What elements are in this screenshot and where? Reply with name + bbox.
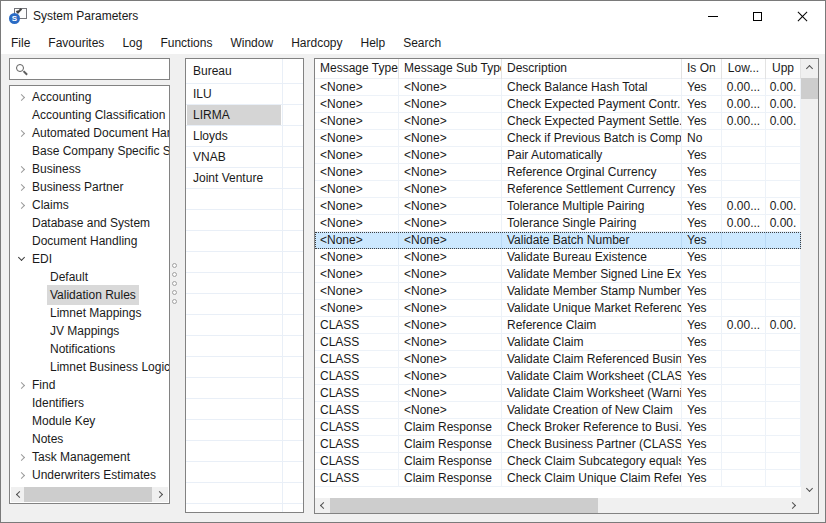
- tree-item-label: Claims: [29, 195, 72, 215]
- cell-low: [722, 385, 766, 402]
- table-row[interactable]: CLASSClaim ResponseCheck Claim Unique Cl…: [315, 470, 801, 487]
- splitter-dot: [172, 272, 177, 277]
- tree-item-edi[interactable]: EDI: [10, 250, 169, 268]
- cell-message-sub-type: Claim Response: [399, 419, 502, 436]
- table-hscroll-thumb[interactable]: [330, 498, 598, 513]
- column-header-description[interactable]: Description: [502, 59, 682, 79]
- tree-item-document-handling[interactable]: Document Handling: [10, 232, 169, 250]
- scroll-up-button[interactable]: [801, 59, 818, 76]
- title-bar: S System Parameters: [1, 1, 825, 31]
- minimize-button[interactable]: [690, 1, 735, 31]
- maximize-button[interactable]: [735, 1, 780, 31]
- bureau-item-lirma[interactable]: LIRMA: [186, 105, 303, 126]
- table-row[interactable]: <None><None>Validate Member Signed Line …: [315, 266, 801, 283]
- bureau-item-joint-venture[interactable]: Joint Venture: [186, 168, 303, 189]
- close-button[interactable]: [780, 1, 825, 31]
- bureau-column-header[interactable]: Bureau: [186, 59, 303, 84]
- column-header-upp[interactable]: Upp: [766, 59, 801, 79]
- table-row[interactable]: <None><None>Validate Unique Market Refer…: [315, 300, 801, 317]
- tree-expander[interactable]: [14, 131, 29, 136]
- tree-item-label: Database and System: [29, 213, 153, 233]
- scroll-left-button[interactable]: [315, 498, 330, 513]
- table-row[interactable]: <None><None>Check Expected Payment Settl…: [315, 113, 801, 130]
- tree-expander[interactable]: [14, 95, 29, 100]
- tree-item-label: Business: [29, 159, 84, 179]
- tree-item-jv-mappings[interactable]: JV Mappings: [10, 322, 169, 340]
- table-row[interactable]: CLASSClaim ResponseCheck Business Partne…: [315, 436, 801, 453]
- bureau-list-panel: Bureau ILULIRMALloydsVNABJoint Venture: [185, 58, 304, 513]
- table-row[interactable]: CLASS<None>Reference ClaimYes0.00...0.00…: [315, 317, 801, 334]
- menu-item-file[interactable]: File: [2, 33, 39, 53]
- tree-item-limnet-business-logic[interactable]: Limnet Business Logic: [10, 358, 169, 376]
- menu-item-help[interactable]: Help: [351, 33, 394, 53]
- tree-item-business[interactable]: Business: [10, 160, 169, 178]
- menu-item-favourites[interactable]: Favourites: [39, 33, 113, 53]
- menu-item-search[interactable]: Search: [394, 33, 450, 53]
- tree-expander[interactable]: [14, 167, 29, 172]
- menu-item-window[interactable]: Window: [221, 33, 282, 53]
- tree-item-base-company-specific-setting[interactable]: Base Company Specific Setting: [10, 142, 169, 160]
- table-row[interactable]: <None><None>Check if Previous Batch is C…: [315, 130, 801, 147]
- search-input[interactable]: [30, 60, 167, 78]
- scroll-left-icon: [320, 502, 327, 509]
- table-row[interactable]: CLASSClaim ResponseCheck Broker Referenc…: [315, 419, 801, 436]
- tree-item-validation-rules[interactable]: Validation Rules: [10, 286, 169, 304]
- table-row[interactable]: <None><None>Reference Orginal CurrencyYe…: [315, 164, 801, 181]
- menu-item-log[interactable]: Log: [113, 33, 151, 53]
- bureau-item-ilu[interactable]: ILU: [186, 84, 303, 105]
- table-row[interactable]: CLASS<None>Validate Creation of New Clai…: [315, 402, 801, 419]
- tree-item-module-key[interactable]: Module Key: [10, 412, 169, 430]
- cell-description: Check Claim Subcategory equals...: [502, 453, 682, 470]
- table-row[interactable]: CLASS<None>Validate Claim Worksheet (War…: [315, 385, 801, 402]
- bureau-item-vnab[interactable]: VNAB: [186, 147, 303, 168]
- tree-item-underwriters-estimates[interactable]: Underwriters Estimates: [10, 466, 169, 484]
- tree-item-find[interactable]: Find: [10, 376, 169, 394]
- scroll-right-button[interactable]: [786, 498, 801, 513]
- table-row[interactable]: <None><None>Tolerance Single PairingYes0…: [315, 215, 801, 232]
- splitter-handle[interactable]: [172, 263, 179, 308]
- column-header-message-sub-type[interactable]: Message Sub Type: [399, 59, 502, 79]
- table-row[interactable]: <None><None>Reference Settlement Currenc…: [315, 181, 801, 198]
- tree-expander[interactable]: [14, 258, 29, 260]
- tree-expander[interactable]: [14, 185, 29, 190]
- tree-item-claims[interactable]: Claims: [10, 196, 169, 214]
- tree-item-business-partner[interactable]: Business Partner: [10, 178, 169, 196]
- table-vscroll-thumb[interactable]: [801, 78, 818, 99]
- tree-expander[interactable]: [14, 383, 29, 388]
- table-row[interactable]: <None><None>Check Balance Hash TotalYes0…: [315, 79, 801, 96]
- tree-item-identifiers[interactable]: Identifiers: [10, 394, 169, 412]
- table-row[interactable]: CLASS<None>Validate ClaimYes: [315, 334, 801, 351]
- tree-item-task-management[interactable]: Task Management: [10, 448, 169, 466]
- tree-hscroll-thumb[interactable]: [24, 487, 152, 502]
- column-header-is-on[interactable]: Is On: [682, 59, 722, 79]
- table-row[interactable]: <None><None>Validate Batch NumberYes: [315, 232, 801, 249]
- table-row[interactable]: <None><None>Pair AutomaticallyYes: [315, 147, 801, 164]
- table-row[interactable]: <None><None>Tolerance Multiple PairingYe…: [315, 198, 801, 215]
- tree-item-accounting[interactable]: Accounting: [10, 88, 169, 106]
- tree-expander[interactable]: [14, 473, 29, 478]
- menu-item-functions[interactable]: Functions: [151, 33, 221, 53]
- table-row[interactable]: <None><None>Validate Member Stamp Number…: [315, 283, 801, 300]
- tree-item-database-and-system[interactable]: Database and System: [10, 214, 169, 232]
- table-row[interactable]: <None><None>Validate Bureau ExistenceYes: [315, 249, 801, 266]
- tree-item-notes[interactable]: Notes: [10, 430, 169, 448]
- scroll-down-button[interactable]: [801, 481, 818, 498]
- menu-item-hardcopy[interactable]: Hardcopy: [282, 33, 351, 53]
- cell-is-on: Yes: [682, 351, 722, 368]
- tree-item-limnet-mappings[interactable]: Limnet Mappings: [10, 304, 169, 322]
- table-row[interactable]: CLASS<None>Validate Claim Referenced Bus…: [315, 351, 801, 368]
- table-row[interactable]: CLASSClaim ResponseCheck Claim Subcatego…: [315, 453, 801, 470]
- tree-item-accounting-classification[interactable]: Accounting Classification: [10, 106, 169, 124]
- tree-item-notifications[interactable]: Notifications: [10, 340, 169, 358]
- bureau-item-lloyds[interactable]: Lloyds: [186, 126, 303, 147]
- tree-item-label: Automated Document Handling: [29, 123, 169, 143]
- column-header-low[interactable]: Low...: [722, 59, 766, 79]
- tree-item-default[interactable]: Default: [10, 268, 169, 286]
- scroll-right-button[interactable]: [153, 487, 168, 502]
- table-row[interactable]: <None><None>Check Expected Payment Contr…: [315, 96, 801, 113]
- table-row[interactable]: CLASS<None>Validate Claim Worksheet (CLA…: [315, 368, 801, 385]
- column-header-message-type[interactable]: Message Type: [315, 59, 399, 79]
- tree-expander[interactable]: [14, 203, 29, 208]
- tree-item-automated-document-handling[interactable]: Automated Document Handling: [10, 124, 169, 142]
- tree-expander[interactable]: [14, 455, 29, 460]
